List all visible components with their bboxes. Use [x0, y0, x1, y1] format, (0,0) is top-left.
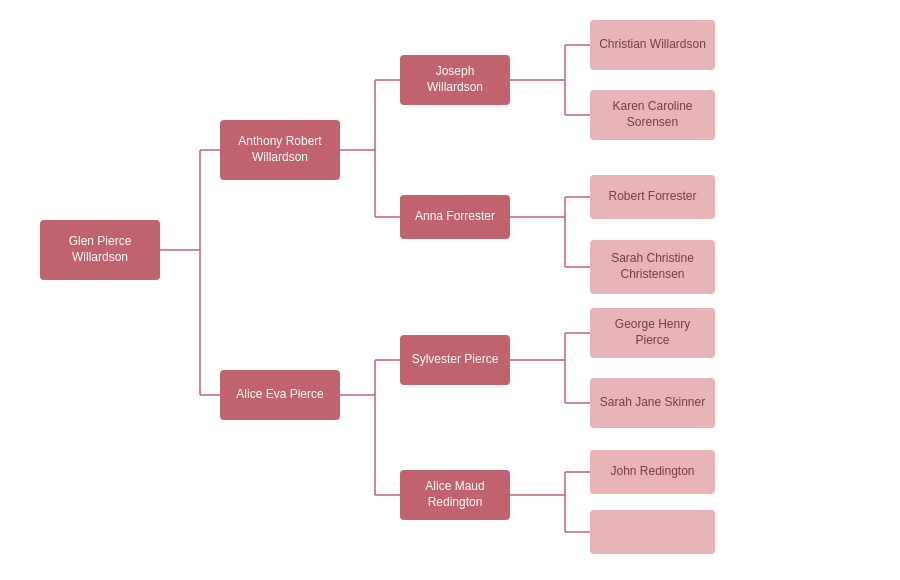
node-john-redington[interactable]: John Redington: [590, 450, 715, 494]
node-bottom-partial[interactable]: [590, 510, 715, 554]
node-joseph[interactable]: Joseph Willardson: [400, 55, 510, 105]
node-anthony[interactable]: Anthony Robert Willardson: [220, 120, 340, 180]
node-christian[interactable]: Christian Willardson: [590, 20, 715, 70]
family-tree: Glen Pierce Willardson Anthony Robert Wi…: [0, 0, 900, 580]
node-george-henry[interactable]: George Henry Pierce: [590, 308, 715, 358]
node-root[interactable]: Glen Pierce Willardson: [40, 220, 160, 280]
node-sylvester[interactable]: Sylvester Pierce: [400, 335, 510, 385]
node-sarah-jane[interactable]: Sarah Jane Skinner: [590, 378, 715, 428]
node-alice-eva[interactable]: Alice Eva Pierce: [220, 370, 340, 420]
node-sarah-christine[interactable]: Sarah Christine Christensen: [590, 240, 715, 294]
node-alice-maud[interactable]: Alice Maud Redington: [400, 470, 510, 520]
node-anna[interactable]: Anna Forrester: [400, 195, 510, 239]
node-karen[interactable]: Karen Caroline Sorensen: [590, 90, 715, 140]
node-robert[interactable]: Robert Forrester: [590, 175, 715, 219]
